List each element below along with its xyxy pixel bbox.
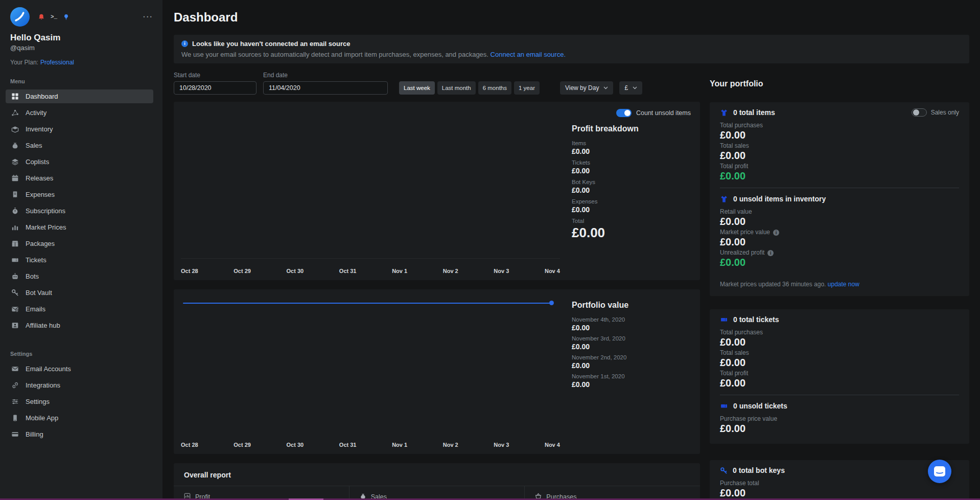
start-date-label: Start date [174,72,256,79]
sales-only-label: Sales only [931,109,959,116]
chart-baseline [181,258,560,259]
sidebar-item-integrations[interactable]: Integrations [6,378,153,392]
sidebar-item-label: Activity [26,109,46,117]
tshirt-icon [720,109,728,117]
sidebar-item-settings[interactable]: Settings [6,395,153,408]
sidebar-item-tickets[interactable]: Tickets [6,253,153,267]
range-last-week-button[interactable]: Last week [399,81,435,95]
breakdown-row-tickets: Tickets £0.00 [572,159,692,176]
tshirt-icon [720,195,728,203]
username: @qasim [10,44,152,52]
card-divider [720,395,959,395]
sidebar-item-email-accounts[interactable]: Email Accounts [6,362,153,376]
app-logo[interactable] [10,7,30,27]
lightbulb-icon[interactable] [63,13,69,21]
range-6-months-button[interactable]: 6 months [478,81,511,95]
unsold-items-header: 0 unsold items in inventory [733,195,826,203]
sidebar-item-packages[interactable]: Packages [6,237,153,251]
stat-total-profit: Total profit £0.00 [720,370,959,389]
sidebar-more-menu[interactable]: ··· [143,13,153,21]
profit-breakdown-title: Profit breakdown [572,124,692,133]
start-date-input[interactable] [174,81,256,95]
plan-row: Your Plan:Professional [10,59,152,66]
sidebar-item-activity[interactable]: Activity [6,106,153,120]
portfolio-value-entry: November 4th, 2020 £0.00 [572,316,692,333]
unsold-tickets-header: 0 unsold tickets [733,402,787,410]
sidebar-item-mobile-app[interactable]: Mobile App [6,411,153,425]
sales-only-toggle[interactable] [912,108,927,117]
profit-breakdown: Profit breakdown Items £0.00 Tickets £0.… [572,124,692,243]
sidebar-item-releases[interactable]: Releases [6,171,153,185]
sidebar-item-subscriptions[interactable]: Subscriptions [6,204,153,218]
your-portfolio-title: Your portfolio [710,79,969,88]
sidebar-item-coplists[interactable]: Coplists [6,155,153,169]
portfolio-value-entry: November 2nd, 2020 £0.00 [572,354,692,371]
sidebar-item-dashboard[interactable]: Dashboard [6,89,153,103]
link-icon [11,381,19,389]
sidebar-item-label: Market Prices [26,223,66,231]
connect-email-link[interactable]: Connect an email source. [491,51,566,58]
sidebar-item-bot-vault[interactable]: Bot Vault [6,286,153,300]
sidebar-item-bots[interactable]: Bots [6,269,153,283]
mail-check-icon [11,305,19,313]
end-date-input[interactable] [263,81,388,95]
count-unsold-items-toggle[interactable] [616,109,632,117]
sidebar-item-label: Mobile App [26,414,58,422]
intercom-chat-button[interactable] [928,460,951,483]
count-unsold-items-label: Count unsold items [636,109,691,117]
report-column-purchases[interactable]: Purchases [524,486,700,500]
chat-icon [934,466,945,476]
sidebar-item-label: Email Accounts [26,365,71,373]
stat-total-profit: Total profit £0.00 [720,163,959,182]
sidebar-item-expenses[interactable]: Expenses [6,188,153,201]
robot-icon [11,272,19,280]
overall-report-title: Overall report [174,463,700,486]
stat-market-price-value: Market price value £0.00 [720,229,959,248]
bar-chart-icon [11,223,19,231]
market-prices-updated: Market prices updated 36 minutes ago. up… [720,281,959,288]
info-icon[interactable] [773,230,779,236]
range-last-month-button[interactable]: Last month [437,81,476,95]
plan-link[interactable]: Professional [40,59,74,66]
profit-chart-panel: Count unsold items Profit breakdown Item… [174,102,700,280]
report-column-profit[interactable]: Profit [174,486,349,500]
sidebar-item-label: Dashboard [26,93,58,100]
info-icon[interactable] [767,250,774,256]
key-icon [720,467,728,474]
plan-label: Your Plan: [10,59,38,66]
stat-unrealized-profit: Unrealized profit £0.00 [720,249,959,268]
stat-total-purchases: Total purchases £0.00 [720,329,959,348]
report-column-sales[interactable]: Sales [349,486,525,500]
sidebar-item-inventory[interactable]: Inventory [6,122,153,136]
network-icon [11,109,19,117]
range-buttons: Last week Last month 6 months 1 year [399,81,540,95]
stat-retail-value: Retail value £0.00 [720,208,959,228]
currency-value: £ [624,84,628,92]
sidebar-item-label: Settings [26,398,50,405]
notification-bell-icon[interactable] [38,13,45,21]
info-icon [181,40,188,47]
stopwatch-icon [11,207,19,215]
sidebar-item-billing[interactable]: Billing [6,427,153,441]
terminal-icon[interactable]: >_ [51,14,57,20]
portfolio-sidebar: Your portfolio 0 total items Sales only … [710,72,969,500]
sidebar-item-emails[interactable]: Emails [6,302,153,316]
end-date-label: End date [263,72,388,79]
sidebar-item-sales[interactable]: Sales [6,139,153,152]
key-icon [11,289,19,297]
page-title: Dashboard [174,10,969,25]
sidebar-header: >_ ··· [0,0,162,27]
currency-select[interactable]: £ [619,81,642,95]
update-now-link[interactable]: update now [828,281,859,288]
sidebar: >_ ··· Hello Qasim @qasim Your Plan:Prof… [0,0,162,500]
view-by-select[interactable]: View by Day [560,81,613,95]
sidebar-item-label: Integrations [26,381,60,389]
sidebar-item-market-prices[interactable]: Market Prices [6,220,153,234]
breakdown-row-bot-keys: Bot Keys £0.00 [572,178,692,195]
sidebar-item-affiliate-hub[interactable]: Affiliate hub [6,319,153,332]
view-by-value: View by Day [565,84,599,92]
mail-icon [11,365,19,373]
range-1-year-button[interactable]: 1 year [514,81,540,95]
tickets-card-header: 0 total tickets [733,315,779,324]
portfolio-value-title: Portfolio value [572,301,692,310]
